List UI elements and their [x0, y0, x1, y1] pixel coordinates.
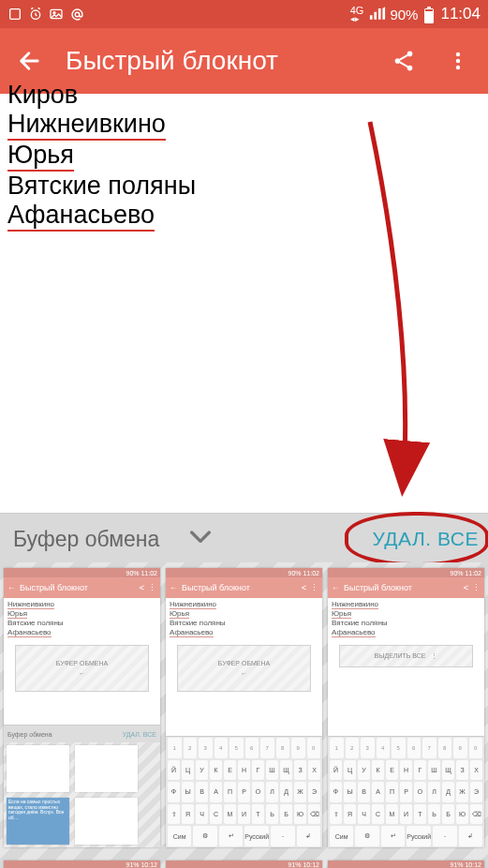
- clipboard-panel-header: Буфер обмена УДАЛ. ВСЕ: [0, 513, 488, 562]
- status-bar: 4G◂▸ 90% 11:04: [0, 0, 488, 28]
- overflow-icon: ⋮: [148, 583, 156, 592]
- svg-point-12: [456, 59, 460, 63]
- note-line: Киров: [7, 81, 78, 109]
- back-button[interactable]: [11, 42, 49, 80]
- svg-rect-7: [425, 9, 433, 11]
- notification-icon: [7, 7, 22, 22]
- thumb-status-bar: 90% 11:02: [328, 568, 484, 577]
- status-left-icons: [7, 7, 84, 22]
- thumb-popup: БУФЕР ОБМЕНА ←: [177, 645, 311, 692]
- thumb-title: Быстрый блокнот: [20, 583, 136, 592]
- image-icon: [49, 7, 64, 22]
- thumb-blue-card: Если на самых простых вещах, стало извес…: [7, 798, 69, 845]
- delete-all-button[interactable]: УДАЛ. ВСЕ: [372, 528, 479, 550]
- clipboard-item[interactable]: 91% 10:12: [328, 861, 484, 869]
- svg-point-10: [407, 66, 413, 71]
- clipboard-item[interactable]: 90% 11:02 ← Быстрый блокнот < ⋮ Нижнеивк…: [4, 568, 160, 847]
- note-line: Вятские поляны: [7, 172, 196, 200]
- battery-percent: 90%: [390, 7, 418, 22]
- clipboard-label: Буфер обмена: [13, 527, 159, 552]
- thumb-status-bar: 90% 11:02: [166, 568, 322, 577]
- svg-point-13: [456, 66, 460, 69]
- note-text-area[interactable]: Киров Нижнеивкино Юрья Вятские поляны Аф…: [0, 94, 488, 513]
- status-time: 11:04: [440, 5, 481, 23]
- clipboard-item[interactable]: 91% 10:12: [166, 861, 322, 869]
- clipboard-item[interactable]: 90% 11:02 ←Быстрый блокнот<⋮ Нижнеивкино…: [328, 568, 484, 847]
- clipboard-item[interactable]: 91% 10:12: [4, 861, 160, 869]
- svg-point-8: [407, 52, 413, 57]
- thumb-keyboard: 1234567890 ЙЦУКЕНГШЩЗХ ФЫВАПРОЛДЖЭ ⇧ЯЧСМ…: [328, 736, 484, 847]
- thumb-clip-strip: Буфер обменаУДАЛ. ВСЕ Если на самых прос…: [4, 725, 160, 847]
- note-line: Юрья: [7, 141, 74, 172]
- app-title: Быстрый блокнот: [66, 46, 368, 76]
- thumb-app-bar: ←Быстрый блокнот<⋮: [328, 577, 484, 598]
- thumb-popup: ВЫДЕЛИТЬ ВСЕ⋮: [339, 645, 473, 667]
- chevron-down-icon[interactable]: [185, 521, 215, 557]
- thumb-status-bar: 90% 11:02: [4, 568, 160, 577]
- thumb-app-bar: ←Быстрый блокнот<⋮: [166, 577, 322, 598]
- clipboard-grid: 90% 11:02 ← Быстрый блокнот < ⋮ Нижнеивк…: [0, 562, 488, 868]
- status-right: 4G◂▸ 90% 11:04: [350, 5, 481, 23]
- at-icon: [69, 7, 84, 22]
- thumb-keyboard: 1234567890 ЙЦУКЕНГШЩЗХ ФЫВАПРОЛДЖЭ ⇧ЯЧСМ…: [166, 736, 322, 847]
- thumb-app-bar: ← Быстрый блокнот < ⋮: [4, 577, 160, 598]
- back-icon: ←: [7, 583, 16, 592]
- thumb-status-bar: 91% 10:12: [166, 861, 322, 869]
- svg-rect-0: [10, 9, 21, 20]
- thumb-note: Нижнеивкино Юрья Вятские поляны Афанасье…: [328, 598, 484, 639]
- svg-point-3: [53, 12, 55, 14]
- thumb-status-bar: 91% 10:12: [4, 861, 160, 869]
- share-icon: <: [140, 583, 144, 592]
- clipboard-item[interactable]: 90% 11:02 ←Быстрый блокнот<⋮ Нижнеивкино…: [166, 568, 322, 847]
- share-button[interactable]: [385, 42, 422, 80]
- thumb-note: Нижнеивкино Юрья Вятские поляны Афанасье…: [166, 598, 322, 639]
- svg-point-11: [456, 52, 460, 56]
- svg-rect-6: [427, 7, 431, 9]
- signal-icon: [369, 7, 384, 22]
- thumb-status-bar: 91% 10:12: [328, 861, 484, 869]
- alarm-icon: [28, 7, 43, 22]
- note-line: Афанасьево: [7, 201, 155, 232]
- overflow-menu-button[interactable]: [439, 42, 477, 80]
- thumb-note: Нижнеивкино Юрья Вятские поляны Афанасье…: [4, 598, 160, 639]
- network-type: 4G◂▸: [350, 7, 364, 22]
- thumb-popup: БУФЕР ОБМЕНА ←: [15, 645, 149, 692]
- svg-point-9: [395, 58, 401, 64]
- note-line: Нижнеивкино: [7, 110, 166, 141]
- battery-icon: [423, 7, 435, 22]
